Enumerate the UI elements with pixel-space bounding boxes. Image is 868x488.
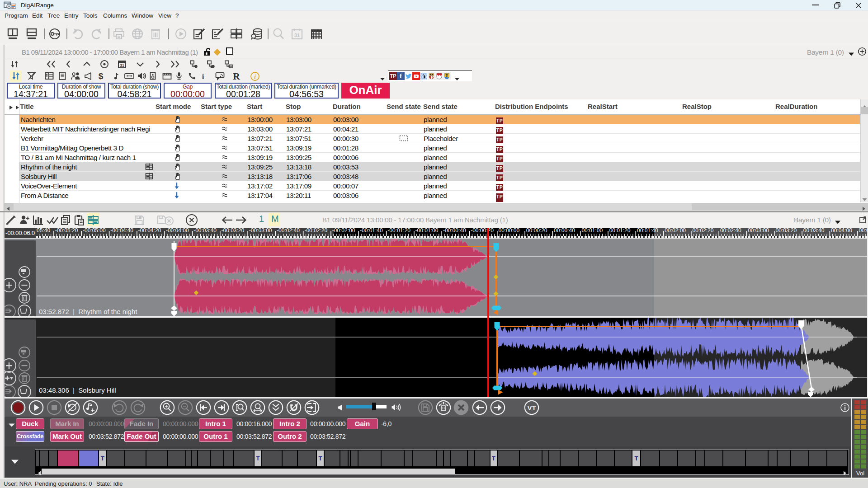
svg-text:$: $ bbox=[99, 71, 104, 80]
svg-text:-00:01:20: -00:01:20 bbox=[387, 228, 410, 234]
svg-text:00:00:00: 00:00:00 bbox=[499, 228, 520, 234]
svg-text:31: 31 bbox=[120, 63, 124, 68]
svg-text:-00:03:40: -00:03:40 bbox=[193, 228, 217, 234]
svg-text:-00:04:40: -00:04:40 bbox=[110, 228, 133, 234]
svg-text:00:00:40: 00:00:40 bbox=[554, 228, 575, 234]
svg-text:00:02:20: 00:02:20 bbox=[693, 228, 714, 234]
svg-text:31: 31 bbox=[294, 33, 300, 38]
svg-text:00:01:00: 00:01:00 bbox=[581, 228, 603, 234]
svg-text:-00:03:20: -00:03:20 bbox=[222, 228, 245, 234]
svg-text:-00:00:20: -00:00:20 bbox=[471, 228, 494, 234]
svg-text:00:04:20: 00:04:20 bbox=[859, 228, 867, 234]
svg-text:-00:01:00: -00:01:00 bbox=[415, 228, 439, 234]
svg-text:00:03:00: 00:03:00 bbox=[748, 228, 769, 234]
svg-text:i: i bbox=[254, 73, 256, 80]
svg-text:-00:00:40: -00:00:40 bbox=[443, 228, 466, 234]
svg-text:i: i bbox=[202, 72, 204, 81]
svg-text:00:01:40: 00:01:40 bbox=[637, 228, 658, 234]
svg-text:00:01:20: 00:01:20 bbox=[609, 228, 631, 234]
svg-text:00:00:20: 00:00:20 bbox=[526, 228, 547, 234]
svg-text:-00:02:00: -00:02:00 bbox=[332, 228, 355, 234]
svg-text:00:03:20: 00:03:20 bbox=[776, 228, 797, 234]
svg-text:00:02:00: 00:02:00 bbox=[665, 228, 686, 234]
svg-text:-00:02:40: -00:02:40 bbox=[277, 228, 300, 234]
svg-text:00:03:40: 00:03:40 bbox=[803, 228, 825, 234]
svg-text:00:04:00: 00:04:00 bbox=[831, 228, 852, 234]
svg-text:00:02:40: 00:02:40 bbox=[720, 228, 741, 234]
svg-text:-00:04:20: -00:04:20 bbox=[138, 228, 161, 234]
svg-text:-00:03:00: -00:03:00 bbox=[249, 228, 272, 234]
svg-text:-00:05:20: -00:05:20 bbox=[55, 228, 78, 234]
svg-text:Vol: Vol bbox=[856, 470, 864, 477]
svg-text:R: R bbox=[233, 71, 241, 81]
svg-text:-00:01:40: -00:01:40 bbox=[360, 228, 383, 234]
svg-text:-00:05:00: -00:05:00 bbox=[83, 228, 106, 234]
svg-text:VT: VT bbox=[527, 404, 536, 412]
svg-text:-00:02:20: -00:02:20 bbox=[304, 228, 327, 234]
svg-text:-00:04:00: -00:04:00 bbox=[166, 228, 189, 234]
